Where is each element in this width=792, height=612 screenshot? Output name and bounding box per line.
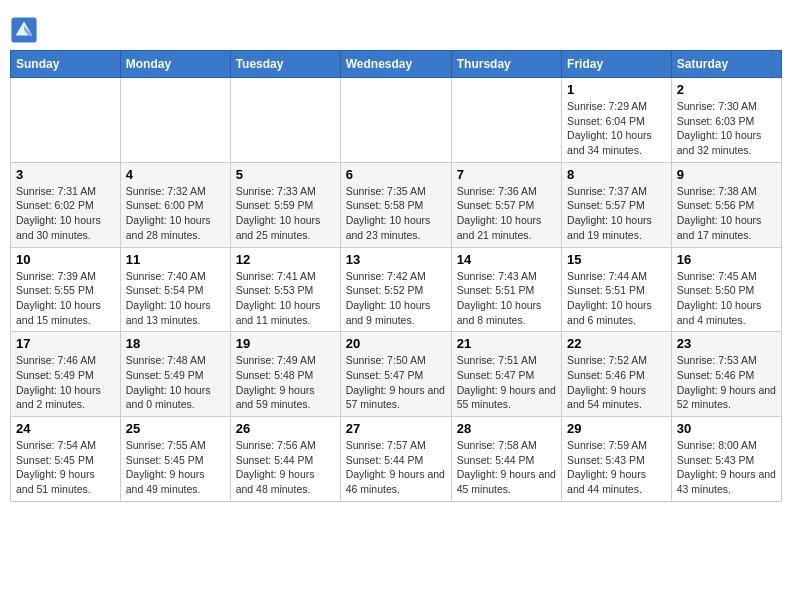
week-row-5: 24Sunrise: 7:54 AM Sunset: 5:45 PM Dayli… <box>11 417 782 502</box>
day-cell: 5Sunrise: 7:33 AM Sunset: 5:59 PM Daylig… <box>230 162 340 247</box>
day-cell: 7Sunrise: 7:36 AM Sunset: 5:57 PM Daylig… <box>451 162 561 247</box>
day-cell: 12Sunrise: 7:41 AM Sunset: 5:53 PM Dayli… <box>230 247 340 332</box>
day-cell <box>340 78 451 163</box>
day-cell: 17Sunrise: 7:46 AM Sunset: 5:49 PM Dayli… <box>11 332 121 417</box>
day-number: 14 <box>457 252 556 267</box>
day-number: 28 <box>457 421 556 436</box>
day-cell: 8Sunrise: 7:37 AM Sunset: 5:57 PM Daylig… <box>562 162 672 247</box>
day-number: 27 <box>346 421 446 436</box>
day-info: Sunrise: 7:54 AM Sunset: 5:45 PM Dayligh… <box>16 438 115 497</box>
day-cell: 24Sunrise: 7:54 AM Sunset: 5:45 PM Dayli… <box>11 417 121 502</box>
day-cell: 20Sunrise: 7:50 AM Sunset: 5:47 PM Dayli… <box>340 332 451 417</box>
day-cell: 23Sunrise: 7:53 AM Sunset: 5:46 PM Dayli… <box>671 332 781 417</box>
day-number: 3 <box>16 167 115 182</box>
day-cell: 21Sunrise: 7:51 AM Sunset: 5:47 PM Dayli… <box>451 332 561 417</box>
day-info: Sunrise: 7:52 AM Sunset: 5:46 PM Dayligh… <box>567 353 666 412</box>
day-cell: 22Sunrise: 7:52 AM Sunset: 5:46 PM Dayli… <box>562 332 672 417</box>
day-cell: 11Sunrise: 7:40 AM Sunset: 5:54 PM Dayli… <box>120 247 230 332</box>
day-number: 15 <box>567 252 666 267</box>
day-info: Sunrise: 7:33 AM Sunset: 5:59 PM Dayligh… <box>236 184 335 243</box>
day-info: Sunrise: 7:42 AM Sunset: 5:52 PM Dayligh… <box>346 269 446 328</box>
day-cell: 16Sunrise: 7:45 AM Sunset: 5:50 PM Dayli… <box>671 247 781 332</box>
day-number: 5 <box>236 167 335 182</box>
day-info: Sunrise: 7:48 AM Sunset: 5:49 PM Dayligh… <box>126 353 225 412</box>
day-info: Sunrise: 7:43 AM Sunset: 5:51 PM Dayligh… <box>457 269 556 328</box>
week-row-1: 1Sunrise: 7:29 AM Sunset: 6:04 PM Daylig… <box>11 78 782 163</box>
day-info: Sunrise: 7:29 AM Sunset: 6:04 PM Dayligh… <box>567 99 666 158</box>
header-row: SundayMondayTuesdayWednesdayThursdayFrid… <box>11 51 782 78</box>
day-info: Sunrise: 7:49 AM Sunset: 5:48 PM Dayligh… <box>236 353 335 412</box>
day-info: Sunrise: 7:58 AM Sunset: 5:44 PM Dayligh… <box>457 438 556 497</box>
day-info: Sunrise: 7:37 AM Sunset: 5:57 PM Dayligh… <box>567 184 666 243</box>
day-cell: 18Sunrise: 7:48 AM Sunset: 5:49 PM Dayli… <box>120 332 230 417</box>
day-cell: 26Sunrise: 7:56 AM Sunset: 5:44 PM Dayli… <box>230 417 340 502</box>
logo-icon <box>10 16 38 44</box>
day-cell: 27Sunrise: 7:57 AM Sunset: 5:44 PM Dayli… <box>340 417 451 502</box>
day-number: 17 <box>16 336 115 351</box>
day-number: 4 <box>126 167 225 182</box>
day-number: 29 <box>567 421 666 436</box>
day-header-friday: Friday <box>562 51 672 78</box>
day-info: Sunrise: 7:40 AM Sunset: 5:54 PM Dayligh… <box>126 269 225 328</box>
day-cell: 30Sunrise: 8:00 AM Sunset: 5:43 PM Dayli… <box>671 417 781 502</box>
day-cell: 14Sunrise: 7:43 AM Sunset: 5:51 PM Dayli… <box>451 247 561 332</box>
day-info: Sunrise: 7:50 AM Sunset: 5:47 PM Dayligh… <box>346 353 446 412</box>
day-header-sunday: Sunday <box>11 51 121 78</box>
day-number: 30 <box>677 421 776 436</box>
day-cell <box>451 78 561 163</box>
day-cell <box>230 78 340 163</box>
day-header-tuesday: Tuesday <box>230 51 340 78</box>
day-number: 19 <box>236 336 335 351</box>
day-cell: 28Sunrise: 7:58 AM Sunset: 5:44 PM Dayli… <box>451 417 561 502</box>
day-number: 8 <box>567 167 666 182</box>
day-number: 9 <box>677 167 776 182</box>
day-info: Sunrise: 7:36 AM Sunset: 5:57 PM Dayligh… <box>457 184 556 243</box>
day-number: 7 <box>457 167 556 182</box>
day-info: Sunrise: 7:41 AM Sunset: 5:53 PM Dayligh… <box>236 269 335 328</box>
day-info: Sunrise: 7:51 AM Sunset: 5:47 PM Dayligh… <box>457 353 556 412</box>
day-info: Sunrise: 8:00 AM Sunset: 5:43 PM Dayligh… <box>677 438 776 497</box>
day-number: 24 <box>16 421 115 436</box>
day-cell: 15Sunrise: 7:44 AM Sunset: 5:51 PM Dayli… <box>562 247 672 332</box>
day-info: Sunrise: 7:56 AM Sunset: 5:44 PM Dayligh… <box>236 438 335 497</box>
day-number: 12 <box>236 252 335 267</box>
day-number: 10 <box>16 252 115 267</box>
day-info: Sunrise: 7:39 AM Sunset: 5:55 PM Dayligh… <box>16 269 115 328</box>
day-info: Sunrise: 7:45 AM Sunset: 5:50 PM Dayligh… <box>677 269 776 328</box>
day-cell: 6Sunrise: 7:35 AM Sunset: 5:58 PM Daylig… <box>340 162 451 247</box>
day-cell: 25Sunrise: 7:55 AM Sunset: 5:45 PM Dayli… <box>120 417 230 502</box>
day-info: Sunrise: 7:57 AM Sunset: 5:44 PM Dayligh… <box>346 438 446 497</box>
day-header-thursday: Thursday <box>451 51 561 78</box>
day-number: 18 <box>126 336 225 351</box>
day-header-monday: Monday <box>120 51 230 78</box>
week-row-2: 3Sunrise: 7:31 AM Sunset: 6:02 PM Daylig… <box>11 162 782 247</box>
day-cell <box>11 78 121 163</box>
day-number: 22 <box>567 336 666 351</box>
day-number: 16 <box>677 252 776 267</box>
day-cell: 19Sunrise: 7:49 AM Sunset: 5:48 PM Dayli… <box>230 332 340 417</box>
day-cell: 9Sunrise: 7:38 AM Sunset: 5:56 PM Daylig… <box>671 162 781 247</box>
day-info: Sunrise: 7:32 AM Sunset: 6:00 PM Dayligh… <box>126 184 225 243</box>
calendar-table: SundayMondayTuesdayWednesdayThursdayFrid… <box>10 50 782 502</box>
logo <box>10 16 40 44</box>
day-cell: 2Sunrise: 7:30 AM Sunset: 6:03 PM Daylig… <box>671 78 781 163</box>
week-row-3: 10Sunrise: 7:39 AM Sunset: 5:55 PM Dayli… <box>11 247 782 332</box>
day-number: 21 <box>457 336 556 351</box>
day-cell: 3Sunrise: 7:31 AM Sunset: 6:02 PM Daylig… <box>11 162 121 247</box>
day-cell <box>120 78 230 163</box>
day-header-saturday: Saturday <box>671 51 781 78</box>
day-number: 13 <box>346 252 446 267</box>
day-info: Sunrise: 7:38 AM Sunset: 5:56 PM Dayligh… <box>677 184 776 243</box>
day-info: Sunrise: 7:55 AM Sunset: 5:45 PM Dayligh… <box>126 438 225 497</box>
day-number: 20 <box>346 336 446 351</box>
day-number: 25 <box>126 421 225 436</box>
day-number: 6 <box>346 167 446 182</box>
day-cell: 1Sunrise: 7:29 AM Sunset: 6:04 PM Daylig… <box>562 78 672 163</box>
day-info: Sunrise: 7:35 AM Sunset: 5:58 PM Dayligh… <box>346 184 446 243</box>
day-info: Sunrise: 7:44 AM Sunset: 5:51 PM Dayligh… <box>567 269 666 328</box>
day-number: 1 <box>567 82 666 97</box>
day-cell: 13Sunrise: 7:42 AM Sunset: 5:52 PM Dayli… <box>340 247 451 332</box>
day-header-wednesday: Wednesday <box>340 51 451 78</box>
day-number: 23 <box>677 336 776 351</box>
day-info: Sunrise: 7:46 AM Sunset: 5:49 PM Dayligh… <box>16 353 115 412</box>
